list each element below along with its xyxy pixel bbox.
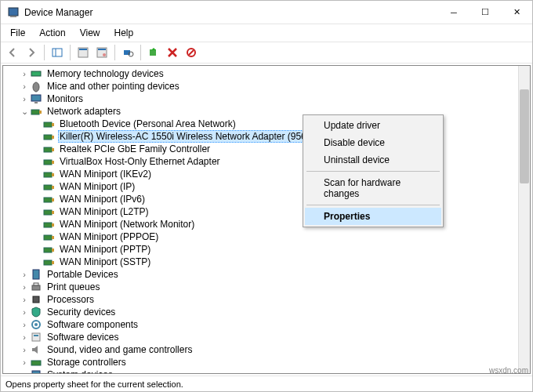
expand-icon[interactable]: ›: [19, 69, 30, 78]
selected-device-label: Killer(R) Wireless-AC 1550i Wireless Net…: [58, 130, 339, 143]
tree-node-software-devices[interactable]: ›Software devices: [3, 331, 530, 343]
tree-node-bluetooth[interactable]: ·Bluetooth Device (Personal Area Network…: [3, 118, 530, 130]
svg-rect-34: [44, 210, 52, 215]
menu-view[interactable]: View: [74, 26, 107, 40]
disable-button[interactable]: [183, 44, 200, 61]
expand-icon[interactable]: ›: [19, 345, 30, 354]
svg-rect-43: [52, 261, 54, 264]
svg-rect-32: [44, 198, 52, 202]
svg-rect-11: [150, 49, 156, 56]
svg-rect-14: [31, 71, 41, 76]
svg-rect-21: [52, 123, 54, 126]
svg-rect-30: [44, 185, 52, 190]
device-tree[interactable]: ›Memory technology devices ›Mice and oth…: [2, 65, 531, 374]
vertical-scrollbar[interactable]: [518, 66, 530, 373]
svg-rect-7: [98, 49, 106, 50]
tree-node-wan-pppoe[interactable]: ·WAN Miniport (PPPOE): [3, 230, 530, 243]
monitor-icon: [30, 93, 42, 105]
scan-button[interactable]: [119, 44, 136, 61]
svg-rect-28: [44, 172, 52, 177]
tree-node-wan-sstp[interactable]: ·WAN Miniport (SSTP): [3, 256, 530, 268]
tree-node-network-adapters[interactable]: ⌄Network adapters: [3, 105, 530, 118]
tree-node-monitors[interactable]: ›Monitors: [3, 93, 530, 105]
expand-icon[interactable]: ›: [19, 320, 30, 329]
watermark: wsxdn.com: [489, 366, 528, 375]
nic-icon: [42, 180, 55, 193]
scrollbar-thumb[interactable]: [520, 89, 529, 183]
tree-node-wan-ipv6[interactable]: ·WAN Miniport (IPv6): [3, 193, 530, 205]
titlebar: Device Manager ─ ☐ ✕: [1, 1, 532, 24]
tree-node-wan-pptp[interactable]: ·WAN Miniport (PPTP): [3, 243, 530, 256]
tree-node-processors[interactable]: ›Processors: [3, 293, 530, 306]
ctx-disable-device[interactable]: Disable device: [305, 134, 441, 151]
svg-rect-24: [44, 147, 52, 152]
maximize-button[interactable]: ☐: [470, 1, 501, 24]
svg-rect-31: [52, 186, 54, 189]
menu-action[interactable]: Action: [33, 26, 71, 40]
nic-icon: [42, 130, 55, 143]
tree-node-wan-ip[interactable]: ·WAN Miniport (IP): [3, 180, 530, 193]
tree-node-killer-wireless[interactable]: ·Killer(R) Wireless-AC 1550i Wireless Ne…: [3, 130, 530, 143]
uninstall-button[interactable]: [164, 44, 181, 61]
ctx-separator: [306, 171, 440, 172]
tree-node-wan-ikev2[interactable]: ·WAN Miniport (IKEv2): [3, 168, 530, 180]
tree-node-mice[interactable]: ›Mice and other pointing devices: [3, 80, 530, 93]
nic-icon: [42, 230, 55, 243]
expand-icon[interactable]: ›: [19, 295, 30, 304]
tree-node-wan-netmon[interactable]: ·WAN Miniport (Network Monitor): [3, 218, 530, 230]
svg-rect-38: [44, 235, 52, 240]
software-icon: [30, 331, 42, 343]
ctx-separator: [306, 205, 440, 205]
svg-rect-26: [44, 160, 52, 165]
storage-icon: [30, 356, 42, 368]
tree-node-system[interactable]: ›System devices: [3, 368, 530, 374]
show-hide-button[interactable]: [49, 44, 66, 61]
software-icon: [30, 318, 42, 331]
toolbar-separator: [70, 45, 71, 60]
svg-rect-1: [10, 16, 16, 17]
window-controls: ─ ☐ ✕: [438, 1, 532, 24]
back-button[interactable]: [4, 44, 21, 61]
expand-icon[interactable]: ›: [19, 332, 30, 342]
menu-file[interactable]: File: [4, 26, 31, 40]
menu-help[interactable]: Help: [108, 26, 140, 40]
expand-icon[interactable]: ›: [19, 307, 30, 317]
tree-node-sound[interactable]: ›Sound, video and game controllers: [3, 343, 530, 356]
update-driver-button[interactable]: [145, 44, 162, 61]
minimize-button[interactable]: ─: [438, 1, 470, 24]
tree-node-portable[interactable]: ›Portable Devices: [3, 268, 530, 281]
expand-icon[interactable]: ›: [19, 94, 30, 103]
collapse-icon[interactable]: ⌄: [19, 107, 30, 117]
expand-icon[interactable]: ›: [19, 282, 30, 292]
expand-icon[interactable]: ›: [19, 270, 30, 279]
svg-rect-29: [52, 173, 54, 176]
ctx-scan-hardware[interactable]: Scan for hardware changes: [305, 174, 441, 202]
expand-icon[interactable]: ›: [19, 358, 30, 367]
tree-node-storage[interactable]: ›Storage controllers: [3, 356, 530, 368]
properties2-button[interactable]: [93, 44, 111, 61]
tree-node-print-queues[interactable]: ›Print queues: [3, 281, 530, 293]
tree-node-memory[interactable]: ›Memory technology devices: [3, 67, 530, 80]
tree-node-software-components[interactable]: ›Software components: [3, 318, 530, 331]
close-button[interactable]: ✕: [501, 1, 532, 24]
mouse-icon: [30, 80, 42, 93]
tree-node-realtek[interactable]: ·Realtek PCIe GbE Family Controller: [3, 143, 530, 155]
svg-point-8: [103, 53, 106, 56]
svg-rect-45: [32, 285, 40, 290]
properties-button[interactable]: [74, 44, 92, 61]
svg-rect-33: [52, 198, 54, 201]
portable-icon: [30, 268, 42, 281]
svg-rect-20: [44, 122, 52, 127]
ctx-uninstall-device[interactable]: Uninstall device: [305, 151, 441, 169]
expand-icon[interactable]: ›: [19, 370, 30, 374]
ctx-properties[interactable]: Properties: [305, 208, 441, 225]
svg-rect-18: [31, 110, 39, 114]
ctx-update-driver[interactable]: Update driver: [305, 117, 441, 134]
forward-button[interactable]: [23, 44, 40, 61]
svg-rect-23: [52, 136, 54, 139]
svg-rect-35: [52, 211, 54, 214]
tree-node-security[interactable]: ›Security devices: [3, 306, 530, 318]
expand-icon[interactable]: ›: [19, 82, 30, 91]
tree-node-virtualbox[interactable]: ·VirtualBox Host-Only Ethernet Adapter: [3, 155, 530, 168]
tree-node-wan-l2tp[interactable]: ·WAN Miniport (L2TP): [3, 205, 530, 218]
